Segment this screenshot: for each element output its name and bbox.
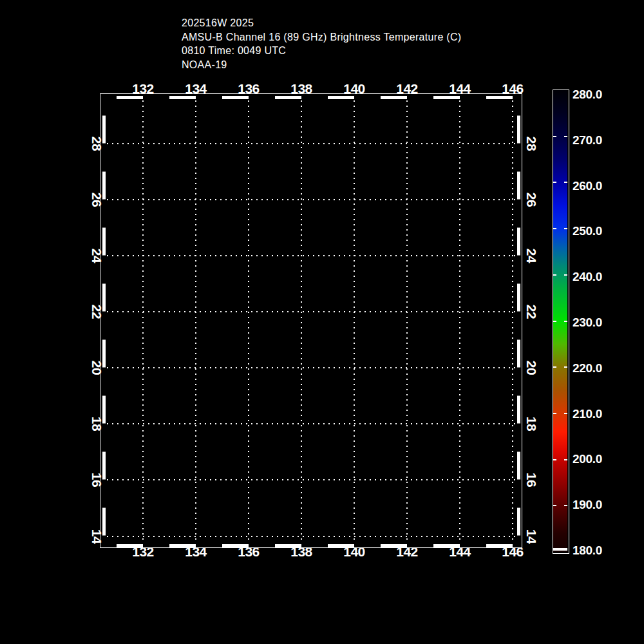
colorbar-tick-label: 180.0 [573,544,618,558]
gridline-vertical [301,100,302,542]
colorbar-tick-label: 260.0 [573,179,618,193]
y-tick-label-left: 16 [89,464,104,496]
gridline-vertical [406,100,408,542]
x-tick-label-top: 134 [180,81,212,97]
x-tick-label-top: 144 [444,81,476,97]
y-tick-label-right: 22 [524,296,539,328]
x-tick-label-bottom: 138 [285,544,317,560]
colorbar-tick-label: 270.0 [573,133,618,147]
colorbar-tick-label: 210.0 [573,407,618,421]
colorbar-tick-right [564,321,567,322]
y-tick-label-left: 24 [89,240,104,272]
colorbar-tick-right [564,366,567,368]
x-tick-label-top: 142 [391,81,423,97]
y-tick-label-right: 14 [524,520,539,553]
x-tick-label-top: 132 [127,81,159,97]
colorbar-tick-right [564,136,567,137]
x-tick-label-bottom: 132 [127,544,159,560]
y-tick-label-right: 24 [524,240,539,272]
colorbar-tick-left [553,505,556,506]
header-line-title: AMSU-B Channel 16 (89 GHz) Brightness Te… [182,30,461,44]
colorbar-tick-label: 190.0 [573,498,618,512]
colorbar-tick-right [564,228,567,229]
gridline-vertical [512,100,513,542]
y-tick-label-right: 18 [524,408,539,440]
colorbar-tick-left [553,321,556,322]
colorbar-tick-right [564,182,567,183]
gridline-horizontal [107,199,516,200]
colorbar-tick-label: 280.0 [573,88,618,102]
colorbar-tick-right [564,459,567,460]
colorbar-tick-left [553,366,556,368]
x-tick-label-top: 140 [338,81,370,97]
gridline-vertical [248,100,249,542]
colorbar-tick-label: 220.0 [573,361,618,375]
colorbar-tick-left [553,228,556,229]
colorbar-tick-right [564,505,567,506]
colorbar-tick-left [553,182,556,183]
y-tick-label-left: 18 [89,408,104,440]
header-line-satellite: NOAA-19 [182,58,227,72]
colorbar-tick-left [553,459,556,460]
colorbar-tick-label: 200.0 [573,452,618,466]
colorbar-tick-left [553,136,556,137]
colorbar-tick-left [553,413,556,414]
x-tick-label-bottom: 142 [391,544,423,560]
colorbar-tick-left [553,274,556,276]
colorbar-tick-label: 230.0 [573,316,618,330]
y-tick-label-right: 28 [524,128,539,160]
plot-canvas: 202516W 2025 AMSU-B Channel 16 (89 GHz) … [0,0,644,644]
x-tick-label-top: 138 [285,81,317,97]
colorbar-tick-label: 250.0 [573,224,618,238]
header-line-dataset: 202516W 2025 [182,16,254,30]
gridline-horizontal [107,367,516,368]
gridline-vertical [195,100,196,542]
y-tick-label-right: 26 [524,184,539,216]
x-tick-label-bottom: 140 [338,544,370,560]
y-tick-label-right: 16 [524,464,539,496]
gridline-vertical [142,100,144,542]
gridline-horizontal [107,311,516,312]
header-line-time: 0810 Time: 0049 UTC [182,44,286,58]
gridline-horizontal [107,255,516,256]
y-tick-label-left: 26 [89,184,104,216]
y-tick-label-left: 20 [89,352,104,384]
gridline-horizontal [107,423,516,424]
gridline-horizontal [107,143,516,144]
gridline-vertical [354,100,355,542]
x-tick-label-bottom: 144 [444,544,476,560]
y-tick-label-left: 14 [89,520,104,553]
x-tick-label-bottom: 136 [232,544,265,560]
gridline-horizontal [107,536,516,537]
y-tick-label-right: 20 [524,352,539,384]
colorbar-tick-right [564,413,567,414]
colorbar-tick-right [564,274,567,276]
x-tick-label-bottom: 134 [180,544,212,560]
x-tick-label-top: 136 [232,81,265,97]
gridline-horizontal [107,479,516,480]
y-tick-label-left: 22 [89,296,104,328]
y-tick-label-left: 28 [89,128,104,160]
x-tick-label-top: 146 [497,81,529,97]
colorbar-tick-label: 240.0 [573,270,618,284]
map-border-bar-right [517,97,520,542]
colorbar-outline [553,90,569,554]
gridline-vertical [459,100,460,542]
